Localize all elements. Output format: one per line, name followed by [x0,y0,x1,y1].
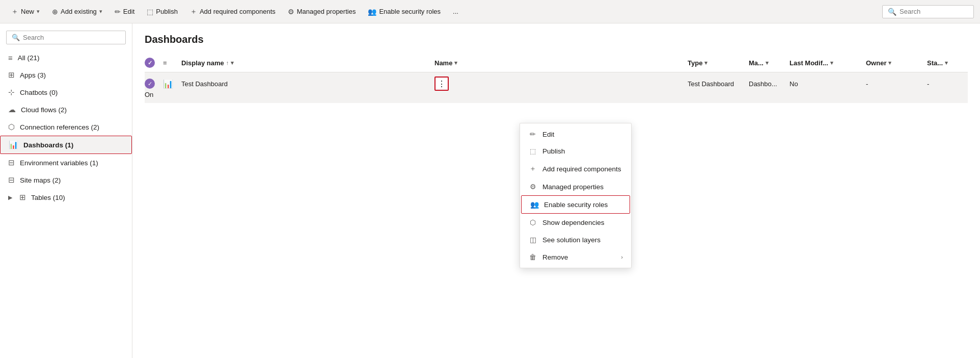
context-menu: ✏ Edit ⬚ Publish ＋ Add required componen… [520,123,632,268]
sidebar-item-cloud-flows[interactable]: ☁ Cloud flows (2) [0,101,132,118]
sidebar-item-all[interactable]: ≡ All (21) [0,49,132,66]
header-owner[interactable]: Owner ▾ [866,59,927,67]
more-label: ... [453,8,458,15]
menu-item-enable-security[interactable]: 👥 Enable security roles [521,195,630,214]
row-check[interactable]: ✓ [145,79,163,89]
sidebar-item-site-maps-label: Site maps (2) [20,176,61,184]
header-name[interactable]: Name ▾ [434,59,688,67]
sidebar-item-site-maps[interactable]: ⊟ Site maps (2) [0,171,132,189]
sidebar-item-chatbots-label: Chatbots (0) [20,89,58,96]
managed-props-menu-label: Managed properties [542,183,604,191]
sidebar-item-connection-references[interactable]: ⬡ Connection references (2) [0,118,132,136]
select-all-check[interactable]: ✓ [145,58,155,68]
kebab-menu-trigger[interactable]: ⋮ [434,76,688,91]
add-required-button[interactable]: ＋ Add required components [185,4,281,19]
header-status[interactable]: Sta... ▾ [927,59,968,67]
menu-item-remove[interactable]: 🗑 Remove › [520,248,631,266]
main-area: 🔍 ≡ All (21) ⊞ Apps (3) ⊹ Chatbots (0) ☁… [0,23,980,358]
solution-layers-menu-icon: ◫ [528,236,537,244]
menu-item-add-required[interactable]: ＋ Add required components [520,160,631,178]
sidebar-item-apps-label: Apps (3) [20,71,46,79]
remove-menu-label: Remove [542,253,568,261]
publish-label: Publish [156,8,178,15]
row-checkbox[interactable]: ✓ [145,79,155,89]
sort-asc-icon: ↑ [226,60,229,66]
all-icon: ≡ [8,54,13,62]
table-row[interactable]: ✓ 📊 Test Dashboard ⋮ Test Dashboard Dash… [145,72,968,103]
dashboards-icon: 📊 [9,140,18,149]
filter-display-name-icon: ▾ [231,60,234,66]
list-icon: ≡ [163,59,167,67]
remove-menu-icon: 🗑 [528,253,537,261]
filter-last-modified-icon: ▾ [830,60,833,66]
add-existing-label: Add existing [61,8,97,15]
edit-menu-icon: ✏ [528,130,537,138]
toolbar-search-input[interactable] [900,8,968,15]
add-existing-icon: ⊕ [52,8,58,16]
sidebar-item-dashboards[interactable]: 📊 Dashboards (1) [0,136,132,154]
edit-menu-label: Edit [542,131,554,138]
type-label: Type [688,59,702,67]
menu-item-managed-props[interactable]: ⚙ Managed properties [520,178,631,195]
filter-status-icon: ▾ [945,60,948,66]
add-existing-button[interactable]: ⊕ Add existing ▾ [47,5,107,19]
menu-item-publish[interactable]: ⬚ Publish [520,143,631,160]
row-context-menu-button[interactable]: ⋮ [434,76,449,91]
managed-props-menu-icon: ⚙ [528,183,537,191]
managed-properties-button[interactable]: ⚙ Managed properties [283,5,361,19]
toolbar-search-icon: 🔍 [888,8,896,16]
toolbar: ＋ New ▾ ⊕ Add existing ▾ ✏ Edit ⬚ Publis… [0,0,980,23]
env-variables-icon: ⊟ [8,158,15,167]
sidebar-search[interactable]: 🔍 [6,31,126,44]
header-display-name[interactable]: Display name ↑ ▾ [181,59,434,67]
tables-icon: ⊞ [19,193,26,202]
filter-owner-icon: ▾ [888,60,891,66]
header-last-modified[interactable]: Last Modif... ▾ [790,59,866,67]
filter-managed-icon: ▾ [766,60,769,66]
sidebar-item-env-variables[interactable]: ⊟ Environment variables (1) [0,154,132,171]
chatbots-icon: ⊹ [8,88,15,97]
managed-properties-label: Managed properties [297,8,356,15]
owner-label: Owner [866,59,886,67]
sidebar-item-connection-references-label: Connection references (2) [20,123,99,131]
dashboard-row-icon: 📊 [163,80,173,88]
sidebar-item-apps[interactable]: ⊞ Apps (3) [0,66,132,84]
menu-item-show-dependencies[interactable]: ⬡ Show dependencies [520,214,631,231]
sidebar-item-tables[interactable]: ▶ ⊞ Tables (10) [0,189,132,206]
sidebar-search-input[interactable] [23,34,120,41]
row-type: Dashbo... [749,80,790,88]
sidebar-item-all-label: All (21) [18,54,40,62]
more-button[interactable]: ... [448,5,464,18]
add-existing-dropdown-arrow: ▾ [99,8,102,15]
header-managed[interactable]: Ma... ▾ [749,59,790,67]
sidebar-item-chatbots[interactable]: ⊹ Chatbots (0) [0,84,132,101]
header-check[interactable]: ✓ [145,58,163,68]
enable-security-label: Enable security roles [379,8,441,15]
enable-security-menu-label: Enable security roles [544,201,608,209]
header-type[interactable]: Type ▾ [688,59,749,67]
page-title: Dashboards [145,34,968,45]
row-name: Test Dashboard [688,80,749,88]
menu-item-edit[interactable]: ✏ Edit [520,125,631,143]
table-header: ✓ ≡ Display name ↑ ▾ Name ▾ Type ▾ [145,54,968,72]
site-maps-icon: ⊟ [8,175,15,185]
solution-layers-menu-label: See solution layers [542,236,601,244]
row-icon-col: 📊 [163,79,181,89]
security-roles-icon: 👥 [368,8,376,16]
publish-button[interactable]: ⬚ Publish [142,5,183,19]
managed-properties-icon: ⚙ [288,8,294,16]
menu-item-see-solution-layers[interactable]: ◫ See solution layers [520,231,631,248]
toolbar-search[interactable]: 🔍 [882,5,974,18]
add-required-label: Add required components [200,8,276,15]
enable-security-roles-button[interactable]: 👥 Enable security roles [363,5,446,19]
row-last-modified: - [866,80,927,88]
show-dependencies-menu-label: Show dependencies [542,219,605,226]
edit-label: Edit [123,8,134,15]
edit-button[interactable]: ✏ Edit [110,5,140,19]
filter-type-icon: ▾ [704,60,707,66]
new-button[interactable]: ＋ New ▾ [6,4,45,19]
sidebar-search-icon: 🔍 [12,34,20,41]
display-name-label: Display name [181,59,224,67]
apps-icon: ⊞ [8,70,15,80]
header-icon-col: ≡ [163,59,181,67]
